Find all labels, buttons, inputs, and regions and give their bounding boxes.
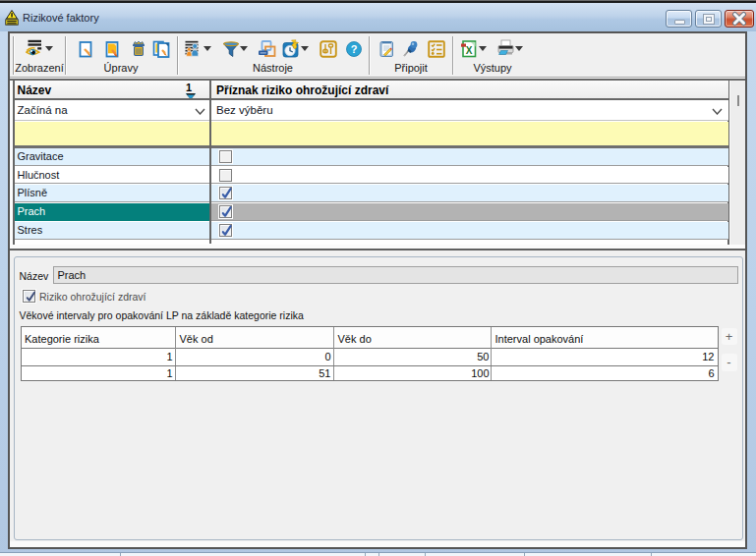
svg-text:?: ? xyxy=(351,43,358,55)
svg-text:X: X xyxy=(466,45,473,56)
